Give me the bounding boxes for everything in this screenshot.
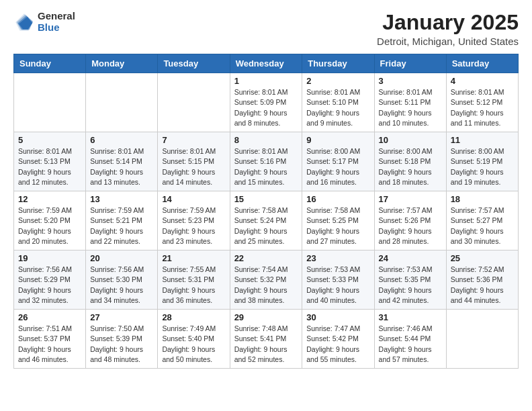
- day-number: 14: [162, 194, 225, 204]
- calendar-table: Sunday Monday Tuesday Wednesday Thursday…: [13, 54, 519, 369]
- day-number: 26: [18, 312, 81, 322]
- day-number: 1: [234, 76, 298, 86]
- day-cell: 27Sunrise: 7:50 AM Sunset: 5:39 PM Dayli…: [86, 310, 158, 369]
- day-number: 6: [90, 135, 153, 145]
- title-block: January 2025 Detroit, Michigan, United S…: [377, 11, 519, 47]
- day-cell: 18Sunrise: 7:57 AM Sunset: 5:27 PM Dayli…: [446, 191, 518, 250]
- col-monday: Monday: [86, 54, 158, 73]
- day-number: 22: [234, 253, 298, 263]
- day-cell: [14, 73, 86, 132]
- title-month: January 2025: [377, 11, 519, 34]
- day-info: Sunrise: 7:58 AM Sunset: 5:24 PM Dayligh…: [234, 205, 298, 246]
- day-number: 10: [379, 135, 442, 145]
- day-number: 20: [90, 253, 153, 263]
- day-info: Sunrise: 7:49 AM Sunset: 5:40 PM Dayligh…: [162, 324, 225, 365]
- day-number: 15: [234, 194, 298, 204]
- logo-general-label: General: [38, 11, 75, 22]
- week-row-1: 1Sunrise: 8:01 AM Sunset: 5:09 PM Daylig…: [14, 73, 519, 132]
- day-cell: 9Sunrise: 8:00 AM Sunset: 5:17 PM Daylig…: [302, 132, 374, 191]
- day-cell: 26Sunrise: 7:51 AM Sunset: 5:37 PM Dayli…: [14, 310, 86, 369]
- day-cell: 8Sunrise: 8:01 AM Sunset: 5:16 PM Daylig…: [230, 132, 302, 191]
- day-number: 16: [306, 194, 369, 204]
- day-info: Sunrise: 7:56 AM Sunset: 5:30 PM Dayligh…: [90, 265, 153, 306]
- day-number: 8: [234, 135, 298, 145]
- day-cell: 11Sunrise: 8:00 AM Sunset: 5:19 PM Dayli…: [446, 132, 518, 191]
- day-cell: 16Sunrise: 7:58 AM Sunset: 5:25 PM Dayli…: [302, 191, 374, 250]
- day-cell: 6Sunrise: 8:01 AM Sunset: 5:14 PM Daylig…: [86, 132, 158, 191]
- col-sunday: Sunday: [14, 54, 86, 73]
- day-info: Sunrise: 8:01 AM Sunset: 5:14 PM Dayligh…: [90, 146, 153, 187]
- day-cell: 7Sunrise: 8:01 AM Sunset: 5:15 PM Daylig…: [158, 132, 230, 191]
- day-cell: 3Sunrise: 8:01 AM Sunset: 5:11 PM Daylig…: [374, 73, 446, 132]
- day-info: Sunrise: 7:53 AM Sunset: 5:35 PM Dayligh…: [379, 265, 442, 306]
- day-info: Sunrise: 7:52 AM Sunset: 5:36 PM Dayligh…: [451, 265, 514, 306]
- day-cell: 25Sunrise: 7:52 AM Sunset: 5:36 PM Dayli…: [446, 250, 518, 310]
- day-number: 9: [306, 135, 369, 145]
- day-info: Sunrise: 7:58 AM Sunset: 5:25 PM Dayligh…: [306, 205, 369, 246]
- day-cell: 24Sunrise: 7:53 AM Sunset: 5:35 PM Dayli…: [374, 250, 446, 310]
- day-number: 2: [306, 76, 369, 86]
- day-cell: 19Sunrise: 7:56 AM Sunset: 5:29 PM Dayli…: [14, 250, 86, 310]
- day-info: Sunrise: 7:51 AM Sunset: 5:37 PM Dayligh…: [18, 324, 81, 365]
- day-number: 13: [90, 194, 153, 204]
- day-cell: 4Sunrise: 8:01 AM Sunset: 5:12 PM Daylig…: [446, 73, 518, 132]
- day-cell: 12Sunrise: 7:59 AM Sunset: 5:20 PM Dayli…: [14, 191, 86, 250]
- day-cell: 22Sunrise: 7:54 AM Sunset: 5:32 PM Dayli…: [230, 250, 302, 310]
- day-cell: 21Sunrise: 7:55 AM Sunset: 5:31 PM Dayli…: [158, 250, 230, 310]
- day-cell: 10Sunrise: 8:00 AM Sunset: 5:18 PM Dayli…: [374, 132, 446, 191]
- day-number: 7: [162, 135, 225, 145]
- logo-text: General Blue: [38, 11, 75, 33]
- day-info: Sunrise: 7:48 AM Sunset: 5:41 PM Dayligh…: [234, 324, 298, 365]
- day-cell: 1Sunrise: 8:01 AM Sunset: 5:09 PM Daylig…: [230, 73, 302, 132]
- header: General Blue January 2025 Detroit, Michi…: [13, 11, 519, 47]
- day-info: Sunrise: 8:01 AM Sunset: 5:11 PM Dayligh…: [379, 87, 442, 128]
- day-info: Sunrise: 8:00 AM Sunset: 5:18 PM Dayligh…: [379, 146, 442, 187]
- week-row-5: 26Sunrise: 7:51 AM Sunset: 5:37 PM Dayli…: [14, 310, 519, 369]
- day-info: Sunrise: 7:59 AM Sunset: 5:23 PM Dayligh…: [162, 205, 225, 246]
- col-wednesday: Wednesday: [230, 54, 302, 73]
- day-number: 3: [379, 76, 442, 86]
- day-info: Sunrise: 7:55 AM Sunset: 5:31 PM Dayligh…: [162, 265, 225, 306]
- day-info: Sunrise: 7:57 AM Sunset: 5:27 PM Dayligh…: [451, 205, 514, 246]
- day-info: Sunrise: 7:54 AM Sunset: 5:32 PM Dayligh…: [234, 265, 298, 306]
- day-number: 24: [379, 253, 442, 263]
- col-friday: Friday: [374, 54, 446, 73]
- calendar-header-row: Sunday Monday Tuesday Wednesday Thursday…: [14, 54, 519, 73]
- page: General Blue January 2025 Detroit, Michi…: [0, 0, 532, 411]
- logo-blue-label: Blue: [38, 22, 75, 34]
- day-cell: [158, 73, 230, 132]
- day-cell: [86, 73, 158, 132]
- day-info: Sunrise: 8:00 AM Sunset: 5:19 PM Dayligh…: [451, 146, 514, 187]
- day-info: Sunrise: 8:01 AM Sunset: 5:09 PM Dayligh…: [234, 87, 298, 128]
- day-number: 18: [451, 194, 514, 204]
- logo-icon: [13, 11, 35, 33]
- day-cell: 28Sunrise: 7:49 AM Sunset: 5:40 PM Dayli…: [158, 310, 230, 369]
- day-cell: [446, 310, 518, 369]
- day-info: Sunrise: 8:01 AM Sunset: 5:13 PM Dayligh…: [18, 146, 81, 187]
- col-saturday: Saturday: [446, 54, 518, 73]
- day-number: 28: [162, 312, 225, 322]
- logo: General Blue: [13, 11, 75, 33]
- day-number: 27: [90, 312, 153, 322]
- day-info: Sunrise: 7:59 AM Sunset: 5:21 PM Dayligh…: [90, 205, 153, 246]
- title-location: Detroit, Michigan, United States: [377, 36, 519, 47]
- day-cell: 14Sunrise: 7:59 AM Sunset: 5:23 PM Dayli…: [158, 191, 230, 250]
- day-cell: 20Sunrise: 7:56 AM Sunset: 5:30 PM Dayli…: [86, 250, 158, 310]
- day-number: 21: [162, 253, 225, 263]
- day-info: Sunrise: 8:01 AM Sunset: 5:16 PM Dayligh…: [234, 146, 298, 187]
- day-info: Sunrise: 8:01 AM Sunset: 5:10 PM Dayligh…: [306, 87, 369, 128]
- day-cell: 13Sunrise: 7:59 AM Sunset: 5:21 PM Dayli…: [86, 191, 158, 250]
- day-number: 12: [18, 194, 81, 204]
- day-cell: 29Sunrise: 7:48 AM Sunset: 5:41 PM Dayli…: [230, 310, 302, 369]
- week-row-4: 19Sunrise: 7:56 AM Sunset: 5:29 PM Dayli…: [14, 250, 519, 310]
- day-number: 5: [18, 135, 81, 145]
- day-number: 23: [306, 253, 369, 263]
- col-thursday: Thursday: [302, 54, 374, 73]
- day-number: 19: [18, 253, 81, 263]
- day-info: Sunrise: 7:56 AM Sunset: 5:29 PM Dayligh…: [18, 265, 81, 306]
- day-info: Sunrise: 8:01 AM Sunset: 5:15 PM Dayligh…: [162, 146, 225, 187]
- day-cell: 2Sunrise: 8:01 AM Sunset: 5:10 PM Daylig…: [302, 73, 374, 132]
- day-cell: 5Sunrise: 8:01 AM Sunset: 5:13 PM Daylig…: [14, 132, 86, 191]
- day-number: 31: [379, 312, 442, 322]
- day-cell: 15Sunrise: 7:58 AM Sunset: 5:24 PM Dayli…: [230, 191, 302, 250]
